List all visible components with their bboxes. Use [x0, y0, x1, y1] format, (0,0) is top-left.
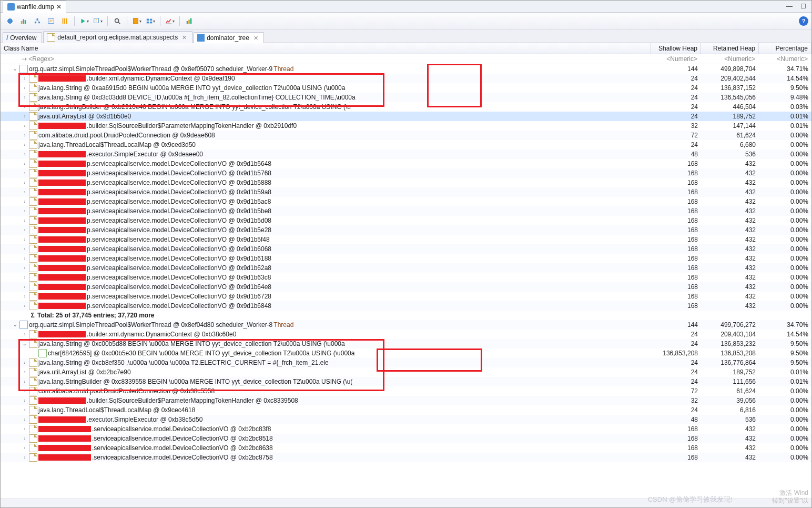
column-shallow-heap[interactable]: Shallow Heap [651, 43, 701, 54]
expand-toggle[interactable]: › [22, 123, 28, 129]
export-icon[interactable] [183, 15, 196, 27]
table-row[interactable]: › p.serviceapicallservice.model.DeviceCo… [1, 263, 811, 273]
expand-toggle[interactable]: › [22, 369, 28, 375]
expand-toggle[interactable]: › [22, 246, 28, 252]
expand-toggle[interactable]: › [22, 360, 28, 366]
expand-toggle[interactable]: › [22, 217, 28, 224]
expand-toggle[interactable]: › [22, 170, 28, 176]
close-icon[interactable]: ✕ [253, 35, 258, 42]
column-class-name[interactable]: Class Name [1, 43, 651, 54]
close-icon[interactable]: ✕ [182, 34, 187, 41]
table-row[interactable]: › java.lang.String @ 0xcb8ef350 ,\u000a … [1, 358, 811, 367]
column-percentage[interactable]: Percentage [759, 43, 811, 54]
run-report-menu-icon[interactable]: ▾ [78, 15, 90, 27]
filter-percent-input[interactable]: <Numeric> [759, 54, 811, 64]
query-menu-icon[interactable]: ▾ [92, 15, 104, 27]
table-row[interactable]: › .builder.SqlSourceBuilder$ParameterMap… [1, 121, 811, 131]
table-row[interactable]: › com.alibaba.druid.pool.DruidPooledConn… [1, 386, 811, 396]
table-row[interactable]: › .serviceapicallservice.model.DeviceCol… [1, 453, 811, 462]
grouping-menu-icon[interactable]: ▾ [144, 15, 157, 27]
expand-toggle[interactable]: › [22, 284, 28, 290]
expand-toggle[interactable]: ⌄ [12, 66, 18, 72]
expand-toggle[interactable]: › [22, 255, 28, 262]
column-retained-heap[interactable]: Retained Heap [701, 43, 759, 54]
expand-toggle[interactable]: › [22, 435, 28, 442]
table-row[interactable]: › p.serviceapicallservice.model.DeviceCo… [1, 292, 811, 301]
expand-toggle[interactable]: › [22, 208, 28, 214]
expand-toggle[interactable]: › [22, 104, 28, 110]
calculate-menu-icon[interactable]: ▾ [130, 15, 143, 27]
chart-edit-icon[interactable]: ▾ [164, 15, 176, 27]
expand-toggle[interactable]: › [22, 151, 28, 157]
expand-toggle[interactable]: ⌄ [22, 341, 28, 347]
close-icon[interactable]: ✕ [56, 3, 62, 11]
expand-toggle[interactable]: › [22, 198, 28, 205]
table-row[interactable]: › .serviceapicallservice.model.DeviceCol… [1, 434, 811, 443]
tab-overview[interactable]: i Overview [3, 32, 42, 43]
expand-toggle[interactable]: › [22, 180, 28, 186]
search-icon[interactable] [111, 15, 124, 27]
table-row[interactable]: › p.serviceapicallservice.model.DeviceCo… [1, 216, 811, 225]
expand-toggle[interactable]: › [22, 142, 28, 148]
table-row[interactable]: › .builder.xml.dynamic.DynamicContext @ … [1, 74, 811, 83]
expand-toggle[interactable] [31, 350, 37, 356]
table-row[interactable]: › .executor.SimpleExecutor @ 0xb38c5d504… [1, 415, 811, 424]
expand-toggle[interactable]: › [22, 416, 28, 423]
expand-toggle[interactable]: › [22, 378, 28, 385]
table-row[interactable]: › java.lang.StringBuilder @ 0xb2910e40 B… [1, 102, 811, 112]
table-row[interactable]: › p.serviceapicallservice.model.DeviceCo… [1, 225, 811, 235]
table-row[interactable]: › p.serviceapicallservice.model.DeviceCo… [1, 206, 811, 216]
expand-toggle[interactable]: › [22, 293, 28, 300]
maximize-button[interactable]: ☐ [797, 2, 809, 11]
table-row[interactable]: › p.serviceapicallservice.model.DeviceCo… [1, 235, 811, 244]
table-row[interactable]: Σ Total: 25 of 37,745 entries; 37,720 mo… [1, 311, 811, 320]
table-row[interactable]: ⌄ org.quartz.simpl.SimpleThreadPool$Work… [1, 64, 811, 74]
table-row[interactable]: › com.alibaba.druid.pool.DruidPooledConn… [1, 131, 811, 140]
expand-toggle[interactable]: › [22, 303, 28, 309]
table-row[interactable]: › p.serviceapicallservice.model.DeviceCo… [1, 301, 811, 311]
table-row[interactable]: › java.lang.StringBuilder @ 0xc8339558 B… [1, 377, 811, 386]
table-row[interactable]: › java.lang.String @ 0xd3c03dd8 DEVICE_I… [1, 93, 811, 102]
table-row[interactable]: › java.lang.ThreadLocal$ThreadLocalMap @… [1, 140, 811, 150]
expand-toggle[interactable]: › [22, 454, 28, 461]
expand-toggle[interactable]: › [22, 161, 28, 167]
help-icon[interactable]: ? [799, 16, 808, 26]
expand-toggle[interactable]: › [22, 397, 28, 404]
expand-toggle[interactable]: ⌄ [12, 322, 18, 328]
table-row[interactable]: › .executor.SimpleExecutor @ 0x9deaee004… [1, 150, 811, 159]
table-row[interactable]: ⌄ org.quartz.simpl.SimpleThreadPool$Work… [1, 320, 811, 330]
oql-icon[interactable] [45, 15, 57, 27]
threads-icon[interactable] [58, 15, 71, 27]
minimize-button[interactable]: — [783, 2, 796, 11]
expand-toggle[interactable]: › [22, 75, 28, 82]
table-row[interactable]: › p.serviceapicallservice.model.DeviceCo… [1, 244, 811, 254]
table-row[interactable]: ⌄ java.lang.String @ 0xc00b5d88 BEGIN \u… [1, 339, 811, 348]
expand-toggle[interactable]: › [22, 388, 28, 394]
tab-dominator-tree[interactable]: dominator_tree ✕ [194, 32, 264, 43]
table-row[interactable]: › .builder.xml.dynamic.DynamicContext @ … [1, 330, 811, 339]
expand-toggle[interactable]: › [22, 445, 28, 451]
table-row[interactable]: › .serviceapicallservice.model.DeviceCol… [1, 424, 811, 434]
filter-name-input[interactable]: <Regex> [28, 55, 54, 63]
table-row[interactable]: › p.serviceapicallservice.model.DeviceCo… [1, 159, 811, 168]
filter-retained-input[interactable]: <Numeric> [701, 54, 759, 64]
table-row[interactable]: › java.util.ArrayList @ 0xb2bc7e9024189,… [1, 367, 811, 377]
filter-shallow-input[interactable]: <Numeric> [651, 54, 701, 64]
expand-toggle[interactable]: › [22, 265, 28, 271]
expand-toggle[interactable]: › [22, 331, 28, 337]
expand-toggle[interactable]: › [22, 85, 28, 91]
table-row[interactable]: › .builder.SqlSourceBuilder$ParameterMap… [1, 396, 811, 405]
table-body[interactable]: ⌄ org.quartz.simpl.SimpleThreadPool$Work… [1, 64, 811, 499]
editor-tab[interactable]: wanfile.dump ✕ [3, 1, 66, 13]
expand-toggle[interactable]: › [22, 407, 28, 413]
expand-toggle[interactable]: › [22, 236, 28, 243]
tab-default-report[interactable]: default_report org.eclipse.mat.api:suspe… [43, 31, 192, 43]
table-row[interactable]: › .serviceapicallservice.model.DeviceCol… [1, 443, 811, 453]
table-row[interactable]: › java.lang.ThreadLocal$ThreadLocalMap @… [1, 405, 811, 415]
table-row[interactable]: › p.serviceapicallservice.model.DeviceCo… [1, 254, 811, 263]
table-row[interactable]: › p.serviceapicallservice.model.DeviceCo… [1, 168, 811, 178]
table-row[interactable]: › p.serviceapicallservice.model.DeviceCo… [1, 187, 811, 197]
expand-toggle[interactable]: › [22, 274, 28, 281]
table-row[interactable]: › p.serviceapicallservice.model.DeviceCo… [1, 197, 811, 206]
expand-toggle[interactable] [22, 312, 28, 318]
